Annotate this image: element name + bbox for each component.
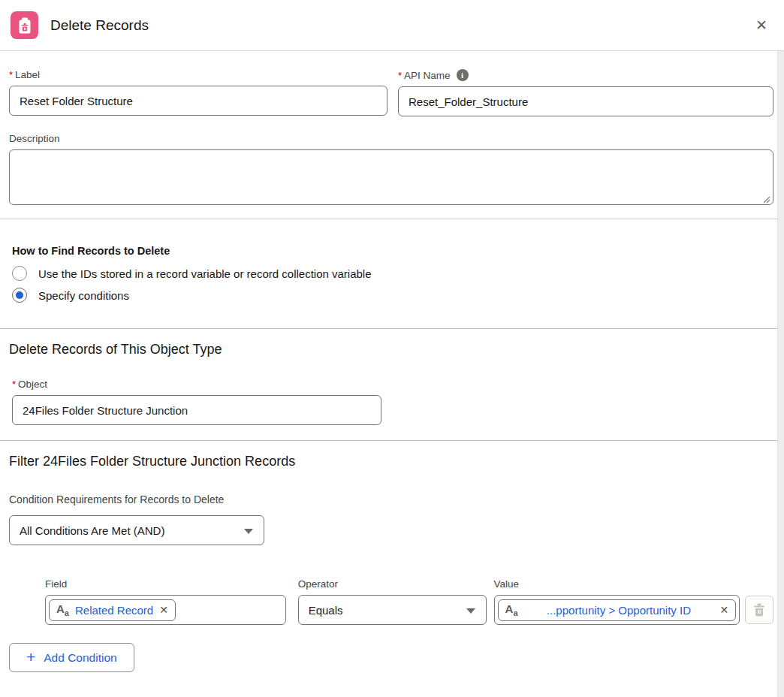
trash-icon	[752, 602, 766, 617]
condition-requirements-value: All Conditions Are Met (AND)	[20, 524, 164, 537]
operator-value: Equals	[309, 604, 343, 617]
info-icon[interactable]: i	[457, 69, 469, 81]
description-textarea[interactable]	[9, 149, 773, 205]
text-type-icon: Aa	[505, 603, 518, 617]
required-marker: *	[12, 379, 16, 390]
add-condition-label: Add Condition	[44, 651, 116, 665]
label-field-label: * Label	[9, 69, 387, 80]
record-delete-icon	[11, 11, 38, 39]
operator-column-label: Operator	[298, 578, 487, 590]
radio-option-ids-variable[interactable]: Use the IDs stored in a record variable …	[12, 266, 773, 281]
radio-button[interactable]	[12, 266, 27, 281]
add-condition-button[interactable]: + Add Condition	[9, 643, 134, 672]
remove-icon[interactable]: ✕	[719, 605, 728, 615]
value-pill-label: ...pportunity > Opportunity ID	[547, 604, 691, 617]
remove-icon[interactable]: ✕	[159, 605, 168, 615]
field-pill[interactable]: Aa Related Record ✕	[49, 599, 176, 621]
condition-row: Field Aa Related Record ✕ Operator Equal…	[45, 578, 773, 625]
radio-button[interactable]	[12, 288, 27, 303]
condition-value-group: Value Aa ...pportunity > Opportunity ID …	[494, 578, 740, 625]
name-row: * Label * API Name i	[9, 69, 773, 116]
condition-requirements-select[interactable]: All Conditions Are Met (AND)	[9, 515, 264, 545]
text-type-icon: Aa	[56, 603, 69, 617]
field-pill-label: Related Record	[75, 604, 153, 617]
scrollbar-track[interactable]	[777, 51, 784, 697]
value-combobox[interactable]: Aa ...pportunity > Opportunity ID ✕	[494, 595, 740, 625]
field-combobox[interactable]: Aa Related Record ✕	[45, 595, 286, 625]
field-column-label: Field	[45, 578, 286, 590]
condition-requirements-label: Condition Requirements for Records to De…	[9, 490, 257, 508]
filter-section-heading: Filter 24Files Folder Structure Junction…	[9, 441, 773, 469]
api-name-field-group: * API Name i	[398, 69, 773, 116]
api-name-field-label: * API Name i	[398, 69, 773, 81]
required-marker: *	[9, 69, 13, 80]
object-field-group: * Object	[12, 379, 773, 425]
dialog-body: * Label * API Name i Description How	[0, 69, 784, 672]
object-input[interactable]	[12, 395, 381, 425]
dialog-title: Delete Records	[50, 17, 149, 34]
operator-select[interactable]: Equals	[298, 595, 487, 625]
delete-condition-button[interactable]	[745, 596, 773, 624]
chevron-down-icon	[466, 608, 475, 614]
find-records-heading: How to Find Records to Delete	[12, 245, 773, 257]
label-field-group: * Label	[9, 69, 387, 116]
description-field-group: Description	[9, 133, 773, 208]
find-records-section: How to Find Records to Delete Use the ID…	[9, 219, 773, 328]
api-name-input[interactable]	[398, 86, 773, 116]
radio-option-label: Use the IDs stored in a record variable …	[38, 267, 372, 280]
description-label: Description	[9, 133, 773, 144]
condition-operator-group: Operator Equals	[298, 578, 487, 625]
object-section-heading: Delete Records of This Object Type	[9, 329, 773, 358]
required-marker: *	[398, 70, 402, 81]
plus-icon: +	[26, 649, 35, 665]
label-input[interactable]	[9, 86, 387, 116]
close-icon[interactable]: ✕	[752, 15, 770, 35]
object-field-label: * Object	[12, 379, 773, 390]
radio-option-label: Specify conditions	[38, 289, 129, 302]
value-column-label: Value	[494, 578, 740, 590]
value-pill[interactable]: Aa ...pportunity > Opportunity ID ✕	[498, 599, 737, 621]
condition-field-group: Field Aa Related Record ✕	[45, 578, 286, 625]
chevron-down-icon	[244, 529, 253, 534]
dialog-header: Delete Records ✕	[0, 0, 784, 51]
radio-option-specify-conditions[interactable]: Specify conditions	[12, 288, 773, 303]
